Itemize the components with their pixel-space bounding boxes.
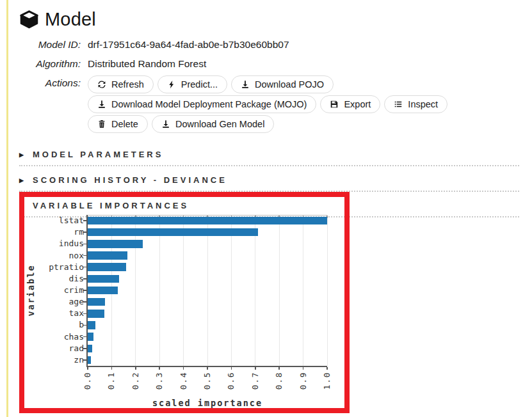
y-tick [83,244,86,245]
list-icon [394,100,403,109]
caret-right-icon: ▶ [19,177,26,184]
gridline [303,216,303,366]
x-tick-label: 0.7 [251,368,260,393]
y-tick [83,313,86,315]
bolt-icon [167,80,176,89]
bar-rad [88,345,92,353]
refresh-button[interactable]: Refresh [88,75,154,93]
actions-row: Actions: Refresh Predict... [19,75,519,133]
y-axis-line [86,215,88,367]
gridline [327,216,328,366]
section-variable-importances[interactable]: ▼ VARIABLE IMPORTANCES [19,201,519,217]
y-tick-label: ptratio [26,262,84,273]
download-icon [241,80,250,89]
x-tick-label: 0.1 [107,368,116,393]
x-tick [207,367,208,370]
inspect-button-label: Inspect [408,99,438,109]
gridline [159,216,160,366]
y-tick [83,232,86,233]
inspect-button[interactable]: Inspect [384,95,447,113]
save-icon [330,100,339,109]
y-tick-label: indus [26,238,84,249]
section-model-parameters[interactable]: ▶ MODEL PARAMETERS [19,150,519,166]
y-tick-label: rm [26,226,84,238]
bar-zn [88,356,91,365]
gridline [207,216,208,366]
x-tick [303,367,304,370]
bar-nox [88,251,127,260]
export-button[interactable]: Export [320,95,380,113]
x-tick-label: 0.6 [227,368,236,393]
x-tick-label: 1.0 [323,368,332,393]
y-tick-label: crim [26,285,84,296]
y-tick [83,301,86,303]
download-pojo-button[interactable]: Download POJO [231,75,334,93]
y-tick-label: nox [26,250,84,262]
x-tick [326,367,328,370]
cube-icon [19,10,39,29]
download-pojo-button-label: Download POJO [255,79,324,90]
caret-right-icon: ▶ [19,152,26,158]
x-tick-label: 0.8 [275,368,284,393]
trash-icon [97,120,106,129]
export-button-label: Export [344,99,371,109]
cell-left-rule [6,0,8,417]
download-icon [97,100,106,109]
model-id-value: drf-17951c64-9a64-4fad-ab0e-b7b30e60bb07 [88,37,289,51]
bar-ptratio [88,263,126,271]
x-tick [111,367,113,370]
gridline [111,216,112,366]
y-tick [83,267,86,268]
gridline [135,216,136,366]
x-tick-label: 0.9 [299,368,308,393]
x-tick [159,367,160,370]
model-id-label: Model ID: [19,37,81,51]
caret-down-icon: ▼ [19,203,26,209]
delete-button-label: Delete [111,119,138,129]
delete-button[interactable]: Delete [88,115,148,133]
y-tick-label: age [26,296,84,308]
x-tick-label: 0.4 [179,368,188,393]
y-tick [83,336,86,338]
x-tick-label: 0.0 [83,368,92,393]
section-model-parameters-label: MODEL PARAMETERS [33,150,163,159]
model-id-row: Model ID: drf-17951c64-9a64-4fad-ab0e-b7… [19,37,519,51]
actions-label: Actions: [19,75,81,89]
gridline [279,216,280,366]
x-tick-label: 0.3 [155,368,164,393]
x-axis-line [86,366,327,367]
download-icon [161,120,170,129]
x-tick [183,367,184,370]
predict-button[interactable]: Predict... [157,75,227,93]
refresh-icon [97,80,106,89]
y-tick-label: tax [26,308,84,319]
y-tick-label: b [26,319,84,331]
y-tick [83,348,86,349]
gridline [183,216,184,366]
y-axis-title: variable [26,255,36,326]
model-page: Model Model ID: drf-17951c64-9a64-4fad-a… [0,0,532,417]
x-tick-label: 0.5 [203,368,212,393]
section-scoring-history-label: SCORING HISTORY - DEVIANCE [33,175,227,185]
y-tick-label: zn [26,354,84,366]
page-header: Model [19,5,519,33]
download-mojo-button[interactable]: Download Model Deployment Package (MOJO) [88,95,316,113]
bar-rm [88,228,258,237]
algorithm-label: Algorithm: [19,56,81,70]
y-tick-label: dis [26,273,84,285]
y-tick-label: rad [26,343,84,354]
bar-b [88,321,95,329]
y-tick [83,278,86,279]
download-gen-model-button-label: Download Gen Model [175,119,264,129]
section-scoring-history[interactable]: ▶ SCORING HISTORY - DEVIANCE [19,175,519,192]
download-mojo-button-label: Download Model Deployment Package (MOJO) [111,99,307,109]
gridline [231,216,232,366]
bar-lstat [88,217,327,225]
gridline [255,216,255,366]
y-tick [83,220,86,221]
x-tick [255,367,256,370]
section-variable-importances-label: VARIABLE IMPORTANCES [33,201,189,210]
x-axis-title: scaled importance [111,398,303,408]
bar-indus [88,240,143,248]
download-gen-model-button[interactable]: Download Gen Model [152,115,274,133]
